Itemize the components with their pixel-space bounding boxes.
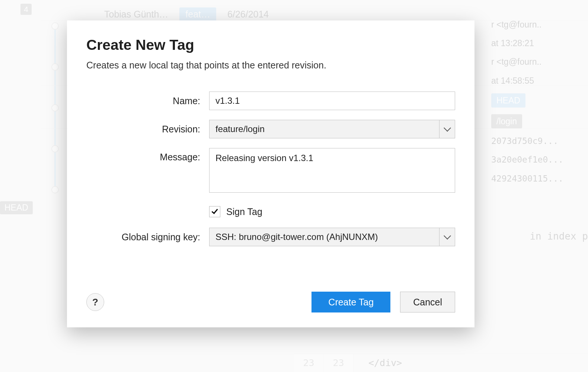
signing-key-combobox[interactable]: SSH: bruno@git-tower.com (AhjNUNXM) <box>209 228 455 246</box>
signing-key-label: Global signing key: <box>86 232 209 243</box>
dialog-subtitle: Creates a new local tag that points at t… <box>86 60 455 71</box>
signing-key-dropdown-button[interactable] <box>439 228 455 246</box>
commit-node <box>51 186 59 193</box>
author-name: Tobias Günth… <box>104 9 168 20</box>
commit-hash: 3a20e0ef1e0... <box>491 154 588 166</box>
count-badge: 4 <box>20 4 32 15</box>
diff-line-content: </div> <box>354 357 402 368</box>
sign-tag-checkbox[interactable] <box>209 206 220 217</box>
cancel-button[interactable]: Cancel <box>400 292 455 312</box>
commit-date: 6/26/2014 <box>227 9 269 20</box>
detail-line: r <tg@fourn.. <box>491 56 588 68</box>
diff-row: 23 23 </div> <box>294 353 588 372</box>
detail-line: r <tg@fourn.. <box>491 19 588 31</box>
diff-text-fragment: in index p <box>530 231 588 242</box>
commit-hash: 42924300115... <box>491 173 588 185</box>
commit-node <box>51 22 59 30</box>
name-input[interactable] <box>209 92 455 110</box>
create-tag-button[interactable]: Create Tag <box>311 292 390 312</box>
commit-hash: 2073d750c9... <box>491 135 588 147</box>
diff-view: 23 23 </div> <box>294 353 588 372</box>
message-textarea[interactable]: Releasing version v1.3.1 <box>209 148 455 193</box>
message-label: Message: <box>86 148 209 163</box>
detail-line: at 13:28:21 <box>491 37 588 49</box>
branch-pill: /login <box>491 114 522 128</box>
dialog-title: Create New Tag <box>86 37 455 53</box>
revision-label: Revision: <box>86 124 209 135</box>
revision-combobox[interactable]: feature/login <box>209 120 455 138</box>
branch-pill: feat… <box>179 7 216 21</box>
commit-node <box>51 63 59 71</box>
head-badge: HEAD <box>0 201 33 214</box>
help-button[interactable]: ? <box>86 293 104 311</box>
head-pill: HEAD <box>491 93 525 108</box>
name-label: Name: <box>86 96 209 106</box>
diff-line-number-new: 23 <box>324 354 354 372</box>
sign-tag-label: Sign Tag <box>226 206 262 217</box>
commit-row-preview: Tobias Günth… feat… 6/26/2014 <box>104 7 269 21</box>
commit-node <box>51 104 59 112</box>
commit-node <box>51 145 59 153</box>
checkmark-icon <box>211 207 218 214</box>
revision-dropdown-button[interactable] <box>439 120 455 138</box>
revision-value: feature/login <box>210 124 439 134</box>
chevron-down-icon <box>444 124 451 132</box>
diff-line-number-old: 23 <box>294 354 324 372</box>
signing-key-value: SSH: bruno@git-tower.com (AhjNUNXM) <box>210 232 439 242</box>
chevron-down-icon <box>444 232 451 240</box>
create-tag-dialog: Create New Tag Creates a new local tag t… <box>67 20 474 327</box>
commit-details-panel: r <tg@fourn.. at 13:28:21 r <tg@fourn.. … <box>491 19 588 191</box>
detail-line: at 14:58:55 <box>491 75 588 87</box>
